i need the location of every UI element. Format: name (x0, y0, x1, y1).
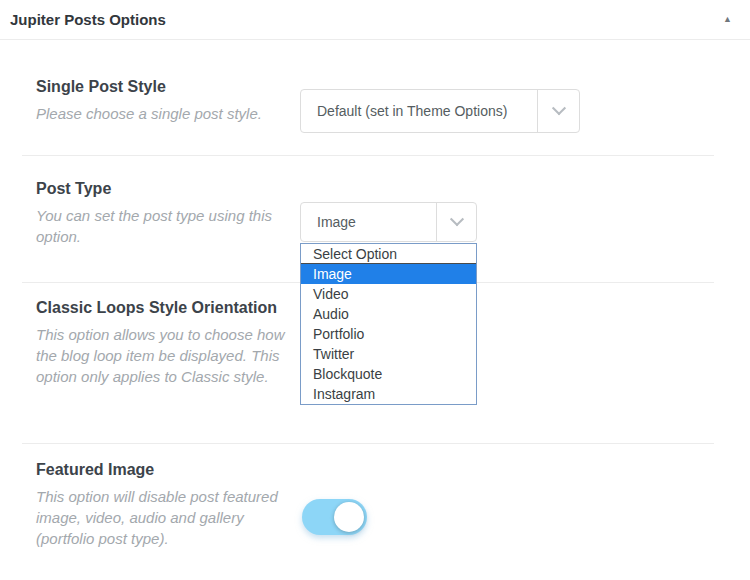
chevron-down-icon (537, 90, 579, 132)
setting-row-post-type: Post Type You can set the post type usin… (36, 178, 292, 247)
section-divider (22, 443, 714, 444)
dropdown-option[interactable]: Portfolio (301, 324, 476, 344)
post-type-dropdown-list: Select Option Image Video Audio Portfoli… (300, 243, 477, 405)
dropdown-option[interactable]: Blockquote (301, 364, 476, 384)
select-value: Default (set in Theme Options) (301, 90, 537, 132)
section-divider (22, 155, 714, 156)
setting-row-single-post-style: Single Post Style Please choose a single… (36, 76, 292, 124)
post-type-select[interactable]: Image (300, 202, 477, 242)
dropdown-option[interactable]: Select Option (301, 244, 476, 264)
setting-heading: Featured Image (36, 459, 292, 481)
dropdown-option[interactable]: Audio (301, 304, 476, 324)
dropdown-option[interactable]: Video (301, 284, 476, 304)
setting-description: You can set the post type using this opt… (36, 205, 292, 247)
setting-description: This option allows you to choose how the… (36, 324, 292, 387)
select-value: Image (301, 203, 436, 241)
setting-row-classic-loops-style-orientation: Classic Loops Style Orientation This opt… (36, 297, 292, 387)
dropdown-option[interactable]: Instagram (301, 384, 476, 404)
setting-description: Please choose a single post style. (36, 103, 292, 124)
chevron-down-icon (436, 203, 476, 241)
panel-title: Jupiter Posts Options (10, 11, 166, 28)
setting-row-featured-image: Featured Image This option will disable … (36, 459, 292, 549)
dropdown-option-selected[interactable]: Image (301, 264, 476, 284)
toggle-knob (334, 502, 364, 532)
featured-image-toggle[interactable] (302, 499, 367, 535)
setting-heading: Post Type (36, 178, 292, 200)
setting-description: This option will disable post featured i… (36, 486, 292, 549)
setting-heading: Single Post Style (36, 76, 292, 98)
panel-header[interactable]: Jupiter Posts Options ▲ (0, 0, 750, 40)
setting-heading: Classic Loops Style Orientation (36, 297, 292, 319)
collapse-toggle-icon[interactable]: ▲ (719, 11, 736, 28)
single-post-style-select[interactable]: Default (set in Theme Options) (300, 89, 580, 133)
jupiter-posts-options-panel: Jupiter Posts Options ▲ Single Post Styl… (0, 0, 750, 580)
dropdown-option[interactable]: Twitter (301, 344, 476, 364)
